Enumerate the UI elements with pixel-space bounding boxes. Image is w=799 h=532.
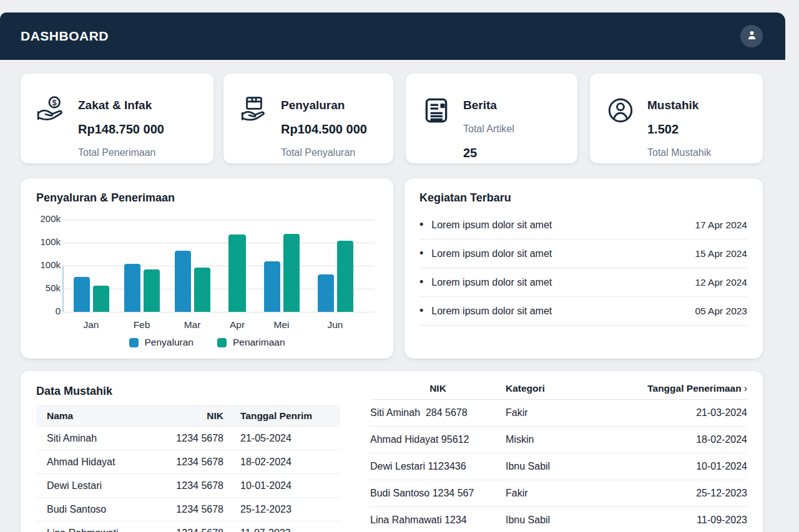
- table-cell: Dewi Lestari: [36, 480, 170, 491]
- table-cell: Fakir: [506, 488, 646, 499]
- chart-legend: PenyaluranPenarimaan: [21, 337, 393, 348]
- y-axis-tick-label: 0: [21, 306, 61, 316]
- avatar-button[interactable]: [740, 25, 763, 47]
- column-header-label: NIK: [429, 383, 446, 394]
- bullet-icon: •: [419, 304, 423, 317]
- activity-item: •Lorem ipsum dolor sit amet17 Apr 2024: [419, 211, 747, 239]
- column-header-sortable[interactable]: Tanggal Penerimaan›: [646, 383, 747, 394]
- x-axis-tick-label: Feb: [122, 319, 162, 331]
- y-axis-tick-label: 50k: [21, 283, 61, 293]
- activity-text: Lorem ipsum dolor sit amet: [431, 220, 552, 231]
- stat-card-value: Rp148.750 000: [78, 117, 164, 141]
- chevron-right-icon: ›: [744, 383, 747, 394]
- activity-text: Lorem ipsum dolor sit amet: [431, 306, 552, 317]
- activity-date: 05 Apr 2023: [695, 306, 747, 317]
- stat-card: BeritaTotal Artikel25: [406, 74, 577, 163]
- chart-panel: Penyaluran & Penerimaan 200k100k100k50k0…: [21, 178, 393, 359]
- chart-bar: [124, 264, 140, 312]
- stat-card-title: Zakat & Infak: [78, 94, 164, 117]
- table-row: Siti Aminah1234 567821-05-2024: [36, 427, 340, 450]
- stat-card-title: Berita: [463, 94, 514, 117]
- stat-card: $ Zakat & InfakRp148.750 000Total Peneri…: [21, 74, 213, 163]
- stat-card-subtitle: Total Penerimaan: [78, 141, 164, 165]
- stat-card-value: 25: [463, 141, 514, 165]
- activity-item: •Lorem ipsum dolor sit amet15 Apr 2024: [419, 239, 747, 268]
- bullet-icon: •: [419, 247, 423, 260]
- table-cell: Lina Rahmawati 1234: [370, 515, 506, 526]
- activities-list: •Lorem ipsum dolor sit amet17 Apr 2024•L…: [419, 211, 747, 326]
- chart-bar: [337, 241, 353, 312]
- column-header: Kategori: [506, 383, 646, 394]
- x-axis-tick-label: Mar: [172, 319, 212, 331]
- stat-card-text: Zakat & InfakRp148.750 000Total Penerima…: [78, 94, 164, 163]
- mustahik-title: Data Mustahik: [36, 385, 112, 398]
- column-header: NIK: [370, 383, 506, 394]
- legend-item[interactable]: Penarimaan: [217, 337, 285, 348]
- table-cell: Budi Santoso: [36, 504, 170, 515]
- dashboard-page: DASHBOARD $ Zakat & InfakRp148.750 000To…: [0, 0, 799, 532]
- chart-gridline: [62, 312, 375, 312]
- stat-card-subtitle: Total Artikel: [463, 117, 514, 141]
- table-cell: 1234 5678: [170, 504, 223, 515]
- activities-title: Kegiatan Terbaru: [419, 191, 511, 205]
- y-axis-tick-label: 200k: [21, 213, 61, 224]
- table-cell: 25-12-2023: [646, 488, 747, 499]
- table-cell: 10-01-2024: [646, 461, 747, 472]
- x-axis-tick-label: Jan: [71, 319, 111, 331]
- hand-coin-icon: $: [36, 95, 67, 126]
- table-cell: 1234 5678: [170, 457, 223, 468]
- stat-card-value: 1.502: [647, 117, 711, 141]
- chart-bar: [144, 269, 160, 312]
- table-cell: 21-05-2024: [223, 433, 340, 444]
- activity-date: 17 Apr 2024: [695, 220, 747, 231]
- bullet-icon: •: [419, 276, 423, 289]
- x-axis-tick-label: Apr: [217, 319, 257, 331]
- stat-card: Mustahik1.502Total Mustahik: [590, 74, 763, 163]
- x-axis-tick-label: Mei: [262, 319, 301, 331]
- stat-card: PenyaluranRp104.500 000Total Penyaluran: [223, 74, 393, 163]
- table-row: Siti Aminah 284 5678Fakir21-03-2024: [370, 400, 747, 427]
- newspaper-icon: [421, 95, 452, 126]
- hand-package-icon: [238, 95, 270, 126]
- activity-date: 12 Apr 2024: [695, 277, 747, 288]
- table-row: Budi Santoso 1234 567Fakir25-12-2023: [370, 480, 747, 507]
- table-row: Lina Rahmawati 1234Ibnu Sabil11-09-2023: [370, 507, 747, 532]
- legend-swatch: [129, 338, 139, 347]
- chart-bar: [194, 268, 210, 312]
- chart-gridline: [62, 266, 375, 266]
- stat-card-text: BeritaTotal Artikel25: [463, 94, 514, 163]
- stat-card-subtitle: Total Mustahik: [647, 141, 711, 165]
- table-cell: Lina Rahmawati: [36, 528, 170, 532]
- table-cell: Siti Aminah: [36, 433, 170, 444]
- stat-card-value: Rp104.500 000: [281, 117, 367, 141]
- y-axis-tick-label: 100k: [21, 236, 61, 247]
- table-cell: Dewi Lestari 1123436: [370, 461, 506, 472]
- table-cell: Budi Santoso 1234 567: [370, 488, 506, 499]
- table-header-row: NamaNIKTanggal Penrim: [36, 405, 340, 427]
- chart-bar: [228, 235, 246, 312]
- table-cell: 18-02-2024: [223, 457, 340, 468]
- stat-card-title: Mustahik: [647, 94, 711, 117]
- user-circle-icon: [605, 95, 636, 126]
- table-row: Dewi Lestari1234 567810-01-2024: [36, 474, 340, 498]
- table-body: Siti Aminah1234 567821-05-2024Ahmad Hida…: [36, 427, 340, 532]
- chart-bar: [318, 274, 334, 312]
- chart-bar: [93, 286, 109, 312]
- table-cell: 1234 5678: [170, 528, 223, 532]
- activity-text: Lorem ipsum dolor sit amet: [431, 248, 552, 259]
- mustahik-table-left: NamaNIKTanggal PenrimSiti Aminah1234 567…: [36, 405, 340, 532]
- stat-card-subtitle: Total Penyaluran: [281, 141, 367, 165]
- table-cell: Fakir: [506, 407, 646, 418]
- table-cell: 10-01-2024: [223, 480, 340, 491]
- chart-bar: [264, 261, 280, 312]
- table-cell: Ahmad Hidayat 95612: [370, 434, 506, 445]
- mustahik-panel: Data Mustahik NamaNIKTanggal PenrimSiti …: [21, 371, 763, 532]
- table-cell: Miskin: [506, 434, 646, 445]
- stat-card-text: Mustahik1.502Total Mustahik: [647, 94, 711, 163]
- table-body: Siti Aminah 284 5678Fakir21-03-2024Ahmad…: [370, 400, 747, 532]
- activities-panel: Kegiatan Terbaru •Lorem ipsum dolor sit …: [404, 178, 763, 359]
- chart-title: Penyaluran & Penerimaan: [36, 191, 175, 205]
- table-cell: Ibnu Sabil: [506, 515, 646, 526]
- chart-gridline: [62, 220, 375, 220]
- legend-item[interactable]: Penyaluran: [129, 337, 194, 348]
